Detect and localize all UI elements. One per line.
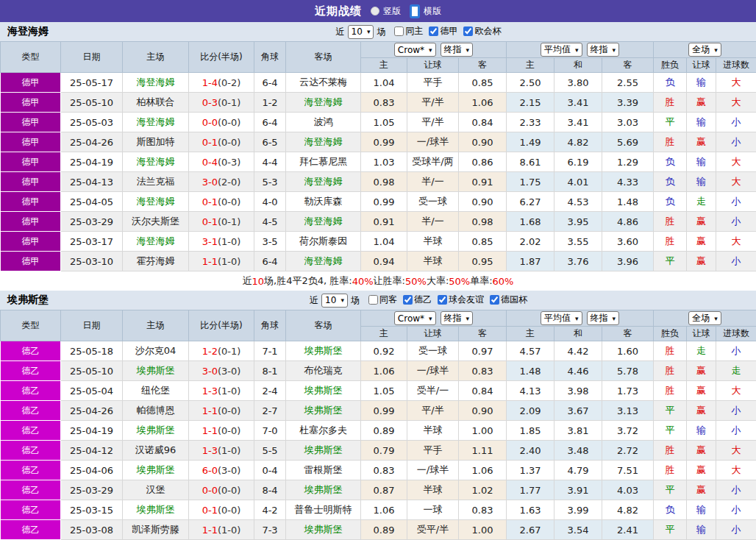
layout-option-vertical[interactable]: 竖版	[371, 5, 401, 18]
checkbox-input[interactable]	[403, 295, 413, 305]
score-cell[interactable]: 1-1(1-0)	[189, 252, 254, 271]
away-team-cell[interactable]: 埃弗斯堡	[286, 401, 361, 421]
away-team-cell[interactable]: 海登海姆	[286, 172, 361, 192]
score-cell[interactable]: 0-1(0-0)	[189, 500, 254, 520]
away-team-cell[interactable]: 海登海姆	[286, 252, 361, 271]
score-cell[interactable]: 1-1(1-0)	[189, 520, 254, 540]
score-cell[interactable]: 0-1(0-0)	[189, 192, 254, 212]
away-team-cell[interactable]: 普鲁士明斯特	[286, 500, 361, 520]
radio-icon[interactable]	[410, 4, 420, 18]
away-team-cell[interactable]: 云达不莱梅	[286, 73, 361, 93]
match-count-select[interactable]: 10 ▾	[321, 294, 348, 308]
away-team-cell[interactable]: 埃弗斯堡	[286, 480, 361, 500]
home-team-cell[interactable]: 海登海姆	[123, 113, 189, 132]
bookmaker-select[interactable]: Crow*▾	[394, 43, 436, 57]
handicap-odds-away: 0.85	[459, 73, 507, 93]
league-type-cell: 德乙	[1, 441, 61, 461]
summary-segment: 60%	[493, 276, 514, 287]
filter-checkbox[interactable]: 德甲	[426, 25, 457, 38]
layout-option-horizontal[interactable]: 横版	[410, 4, 441, 18]
filter-checkbox[interactable]: 德乙	[400, 294, 432, 306]
checkbox-input[interactable]	[438, 295, 447, 305]
avg-odds-draw: 3.81	[554, 421, 602, 441]
away-team-cell[interactable]: 波鸿	[286, 113, 361, 132]
score-cell[interactable]: 1-1(0-0)	[189, 401, 254, 421]
scope-select[interactable]: 全场▾	[688, 43, 721, 57]
score-cell[interactable]: 1-3(1-0)	[189, 441, 254, 461]
checkbox-input[interactable]	[463, 26, 473, 36]
away-team-cell[interactable]: 海登海姆	[286, 93, 361, 113]
away-team-cell[interactable]: 埃弗斯堡	[286, 381, 361, 401]
away-team-cell[interactable]: 埃弗斯堡	[286, 441, 361, 461]
home-team-cell[interactable]: 汉诺威96	[123, 441, 189, 461]
home-team-cell[interactable]: 埃弗斯堡	[123, 361, 189, 381]
average-select[interactable]: 平均值▾	[541, 311, 582, 325]
final-odds-select[interactable]: 终指▾	[441, 311, 474, 325]
checkbox-input[interactable]	[490, 295, 499, 305]
home-team-cell[interactable]: 帕德博恩	[123, 401, 189, 421]
score-cell[interactable]: 6-0(3-0)	[189, 461, 254, 480]
away-team-cell[interactable]: 海登海姆	[286, 212, 361, 232]
away-team-cell[interactable]: 埃弗斯堡	[286, 341, 361, 361]
score-cell[interactable]: 1-2(0-1)	[189, 341, 254, 361]
score-cell[interactable]: 0-1(0-1)	[189, 212, 254, 232]
score-cell[interactable]: 0-4(0-3)	[189, 152, 254, 172]
score-cell[interactable]: 0-0(0-0)	[189, 113, 254, 132]
final-average-select[interactable]: 终指▾	[587, 43, 620, 57]
home-team-cell[interactable]: 霍芬海姆	[123, 252, 189, 271]
score-cell[interactable]: 3-1(1-0)	[189, 232, 254, 252]
average-select[interactable]: 平均值▾	[541, 43, 582, 57]
score-cell[interactable]: 1-1(0-0)	[189, 421, 254, 441]
away-team-cell[interactable]: 埃弗斯堡	[286, 520, 361, 540]
home-team-cell[interactable]: 沃尔夫斯堡	[123, 212, 189, 232]
score-cell[interactable]: 1-3(1-0)	[189, 381, 254, 401]
home-team-cell[interactable]: 埃弗斯堡	[123, 461, 189, 480]
checkbox-input[interactable]	[394, 26, 404, 36]
away-team-cell[interactable]: 杜塞尔多夫	[286, 421, 361, 441]
bookmaker-select[interactable]: Crow*▾	[394, 311, 436, 325]
home-team-cell[interactable]: 法兰克福	[123, 172, 189, 192]
away-team-cell[interactable]: 海登海姆	[286, 132, 361, 152]
league-type-cell: 德乙	[1, 480, 61, 500]
final-average-select[interactable]: 终指▾	[587, 311, 620, 325]
away-team-cell[interactable]: 勒沃库森	[286, 192, 361, 212]
home-team-cell[interactable]: 凯泽斯劳滕	[123, 520, 189, 540]
checkbox-input[interactable]	[429, 26, 438, 36]
home-team-cell[interactable]: 柏林联合	[123, 93, 189, 113]
away-team-cell[interactable]: 拜仁慕尼黑	[286, 152, 361, 172]
score-cell[interactable]: 3-0(2-0)	[189, 172, 254, 192]
filter-checkbox[interactable]: 同主	[391, 25, 423, 38]
away-team-cell[interactable]: 雷根斯堡	[286, 461, 361, 480]
home-team-cell[interactable]: 海登海姆	[123, 192, 189, 212]
score-cell[interactable]: 1-4(0-2)	[189, 73, 254, 93]
home-team-cell[interactable]: 纽伦堡	[123, 381, 189, 401]
subcol-avg-home: 主	[507, 58, 554, 73]
home-team-cell[interactable]: 埃弗斯堡	[123, 500, 189, 520]
home-team-cell[interactable]: 海登海姆	[123, 73, 189, 93]
home-team-cell[interactable]: 沙尔克04	[123, 341, 189, 361]
final-odds-select[interactable]: 终指▾	[441, 43, 474, 57]
score-cell[interactable]: 0-3(0-1)	[189, 93, 254, 113]
checkbox-input[interactable]	[368, 295, 378, 305]
away-team-cell[interactable]: 布伦瑞克	[286, 361, 361, 381]
match-count-select[interactable]: 10 ▾	[348, 25, 374, 39]
home-team-cell[interactable]: 海登海姆	[123, 152, 189, 172]
score-cell[interactable]: 3-0(3-0)	[189, 361, 254, 381]
away-team-cell[interactable]: 荷尔斯泰因	[286, 232, 361, 252]
filter-checkbox[interactable]: 欧会杯	[460, 25, 501, 38]
score-cell[interactable]: 0-1(0-0)	[189, 132, 254, 152]
home-team-cell[interactable]: 汉堡	[123, 480, 189, 500]
chevron-down-icon: ▾	[613, 46, 616, 54]
scope-select[interactable]: 全场▾	[688, 311, 721, 325]
home-team-cell[interactable]: 斯图加特	[123, 132, 189, 152]
filter-checkbox[interactable]: 德国杯	[487, 294, 527, 306]
home-team-cell[interactable]: 海登海姆	[123, 232, 189, 252]
handicap-odds-away: 0.84	[459, 113, 507, 132]
handicap-odds-home: 1.04	[361, 73, 407, 93]
section-bar: 海登海姆 近 10 ▾ 场 同主德甲欧会杯	[0, 22, 756, 41]
radio-icon[interactable]	[371, 7, 379, 15]
filter-checkbox[interactable]: 同客	[365, 294, 397, 306]
score-cell[interactable]: 0-0(0-0)	[189, 480, 254, 500]
home-team-cell[interactable]: 埃弗斯堡	[123, 421, 189, 441]
filter-checkbox[interactable]: 球会友谊	[435, 294, 484, 306]
